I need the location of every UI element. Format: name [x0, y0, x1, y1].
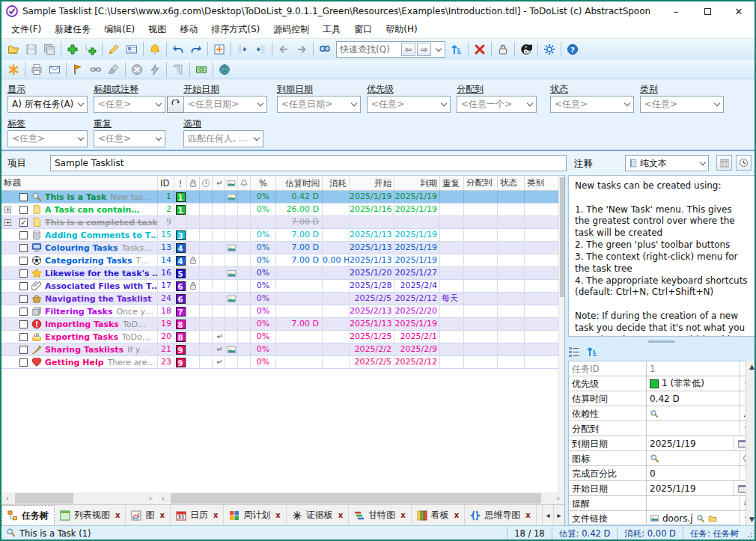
currency-icon[interactable]	[192, 61, 210, 78]
undo-icon[interactable]	[169, 41, 187, 58]
attribute-value[interactable]: 1	[647, 361, 740, 376]
task-checkbox[interactable]	[19, 333, 28, 341]
task-checkbox[interactable]	[19, 269, 28, 278]
attribute-value[interactable]: 2025/1/19	[647, 436, 734, 450]
delete-task-icon[interactable]	[471, 41, 489, 58]
task-row[interactable]: Adding Comments to T…1530%7.00 D2025/1/1…	[1, 229, 564, 242]
view-tab-证据板[interactable]: 证据板x	[287, 505, 349, 525]
minimize-button[interactable]: –	[660, 1, 692, 21]
indent-icon[interactable]	[234, 41, 252, 58]
flag-icon[interactable]	[69, 61, 87, 78]
tab-close-icon[interactable]: x	[400, 511, 405, 519]
column-header-bell-icon[interactable]	[238, 176, 251, 190]
lock-icon[interactable]	[494, 41, 512, 58]
quickfind-input[interactable]	[337, 43, 401, 56]
attributes-scrollbar[interactable]: ▲▼	[746, 361, 756, 525]
save-icon[interactable]	[22, 41, 40, 58]
cleanup-icon[interactable]	[105, 61, 123, 78]
menu-item-9[interactable]: 帮助(H)	[379, 21, 424, 38]
column-header-status[interactable]: 状态	[498, 176, 525, 190]
task-row[interactable]: Navigating the Tasklist2460%2025/2/52025…	[1, 293, 564, 305]
menu-item-7[interactable]: 工具	[316, 21, 347, 38]
task-checkbox[interactable]: ✓	[19, 218, 28, 227]
column-header-due[interactable]: 到期	[394, 176, 440, 190]
tab-close-icon[interactable]: x	[213, 511, 218, 519]
link-icon[interactable]	[87, 61, 105, 78]
task-row[interactable]: Getting HelpThere are…2390%2025/2/52025/…	[1, 356, 564, 369]
task-row[interactable]: Categorizing TasksT…1440%7.00 D0.00 H202…	[1, 254, 564, 267]
sort-ascending-icon[interactable]	[586, 346, 598, 361]
web-icon[interactable]	[216, 61, 234, 78]
tab-close-icon[interactable]: x	[115, 511, 120, 519]
history-button[interactable]	[736, 155, 752, 171]
save-all-icon[interactable]	[40, 41, 58, 58]
menu-item-5[interactable]: 排序方式(S)	[204, 21, 266, 38]
attribute-value[interactable]	[647, 406, 740, 421]
quickfind-prev-button[interactable]: ⇦	[401, 43, 415, 56]
task-comments-text[interactable]: New tasks can be created using: 1. The '…	[568, 175, 755, 337]
column-header-estimate[interactable]: 估算时间	[276, 176, 323, 190]
timetrack-icon[interactable]	[146, 61, 164, 78]
menu-item-6[interactable]: 源码控制	[266, 21, 316, 38]
menu-item-3[interactable]: 视图	[141, 21, 173, 38]
column-header-spent[interactable]: 消耗	[323, 176, 350, 190]
group-attributes-icon[interactable]	[568, 346, 580, 361]
table-vertical-scrollbar[interactable]	[558, 176, 564, 492]
task-row[interactable]: Exporting TasksToDo…2080%2025/1/252025/2…	[1, 331, 564, 343]
task-row[interactable]: Sharing TasklistsIf y…2190%2025/2/22025/…	[1, 343, 564, 356]
column-header-assigned[interactable]: 分配到	[464, 176, 498, 190]
menu-item-2[interactable]: 编辑(E)	[97, 21, 141, 38]
attribute-value[interactable]	[647, 496, 740, 510]
project-input[interactable]: Sample Tasklist	[50, 155, 567, 171]
filter-combo-开始日期[interactable]: <任意日期>	[183, 96, 267, 113]
menu-item-8[interactable]: 窗口	[347, 21, 379, 38]
help-icon[interactable]: ?	[564, 41, 582, 58]
column-header-start[interactable]: 开始	[350, 176, 394, 190]
tab-close-icon[interactable]: x	[275, 511, 280, 519]
view-tab-列表视图[interactable]: 列表视图x	[55, 505, 126, 525]
column-header-priority-icon[interactable]	[174, 176, 187, 190]
attribute-value[interactable]: doors.j	[647, 511, 740, 525]
attribute-value[interactable]	[647, 421, 740, 435]
task-row[interactable]: Likewise for the task's …1650%2025/1/202…	[1, 267, 564, 280]
task-checkbox[interactable]	[19, 346, 28, 354]
open-file-icon[interactable]	[4, 41, 22, 58]
filter-combo-显示[interactable]: A) 所有任务(A)	[7, 96, 88, 113]
task-checkbox[interactable]	[19, 231, 28, 239]
task-row[interactable]: Filtering TasksOnce y…1870%2025/2/132025…	[1, 305, 564, 318]
view-tab-图[interactable]: 图x	[126, 505, 170, 525]
tab-scroll-right-button[interactable]: ▸	[553, 505, 564, 525]
task-row[interactable]: +✓This is a completed task97.00 D	[1, 216, 564, 229]
filter-combo-标题或注释[interactable]: <任意>	[94, 96, 165, 113]
filter-combo-分配到[interactable]: <任意一个>	[457, 96, 537, 113]
back-icon[interactable]	[275, 41, 293, 58]
task-checkbox[interactable]	[19, 206, 28, 214]
task-checkbox[interactable]	[19, 282, 28, 290]
view-tab-周计划[interactable]: 周计划x	[224, 505, 286, 525]
filter-combo-状态[interactable]: <任意>	[550, 96, 634, 113]
close-button[interactable]: ✕	[723, 1, 755, 21]
filter-combo-选项[interactable]: 匹配任何人, ...	[183, 130, 263, 147]
tree-expand-icon[interactable]: +	[4, 219, 11, 226]
theme-icon[interactable]	[517, 41, 535, 58]
column-header-recurrence-icon[interactable]	[213, 176, 225, 190]
menu-item-4[interactable]: 移动	[173, 21, 204, 38]
attribute-value[interactable]: 2025/1/19	[647, 481, 734, 495]
new-subtask-icon[interactable]	[82, 41, 100, 58]
task-checkbox[interactable]	[19, 257, 28, 265]
outdent-icon[interactable]	[252, 41, 269, 58]
view-tab-甘特图[interactable]: 甘特图x	[349, 505, 411, 525]
tab-close-icon[interactable]: x	[338, 511, 343, 519]
resize-grip[interactable]	[747, 529, 756, 538]
forward-icon[interactable]	[293, 41, 311, 58]
task-checkbox[interactable]	[19, 308, 28, 316]
menu-item-1[interactable]: 新建任务	[48, 21, 97, 38]
scroll-icon[interactable]	[169, 61, 187, 78]
view-tab-思维导图[interactable]: 思维导图x	[465, 505, 536, 525]
column-header-repeat[interactable]: 重复	[440, 176, 464, 190]
column-header-title[interactable]: 标题	[1, 176, 158, 190]
tree-expand-icon[interactable]: +	[4, 207, 11, 213]
spellcheck-icon[interactable]	[4, 61, 22, 78]
panel-splitter[interactable]	[565, 338, 756, 344]
email-icon[interactable]	[46, 61, 64, 78]
